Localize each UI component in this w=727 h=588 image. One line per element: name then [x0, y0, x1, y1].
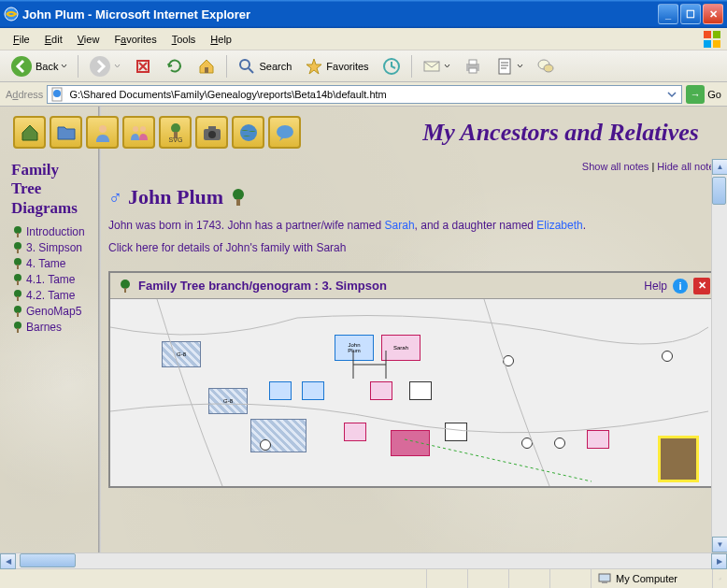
- edit-button[interactable]: [491, 54, 528, 79]
- tree-icon: [118, 279, 133, 294]
- geno-node[interactable]: [391, 430, 430, 456]
- menu-edit[interactable]: Edit: [37, 32, 70, 47]
- svg-rect-36: [17, 265, 19, 269]
- sidebar-heading: Family Tree Diagrams: [11, 161, 91, 218]
- person-icon: [92, 122, 114, 144]
- menu-view[interactable]: View: [70, 32, 107, 47]
- resize-grip[interactable]: [712, 569, 727, 588]
- hide-notes-link[interactable]: Hide all notes: [657, 161, 720, 172]
- maximize-button[interactable]: ☐: [680, 4, 701, 24]
- sidebar-item-tame[interactable]: 4. Tame: [11, 257, 91, 270]
- chevron-down-icon[interactable]: [665, 88, 678, 101]
- horizontal-scrollbar[interactable]: ◀ ▶: [0, 552, 727, 568]
- print-icon: [463, 57, 482, 76]
- svg-point-33: [14, 242, 21, 250]
- scroll-thumb[interactable]: [20, 553, 76, 567]
- note-links: Show all notes | Hide all notes: [108, 161, 720, 172]
- geno-node[interactable]: [370, 381, 392, 400]
- app-svg-button[interactable]: SVG: [159, 116, 192, 149]
- geno-node[interactable]: [250, 419, 306, 452]
- close-panel-button[interactable]: ✕: [693, 278, 710, 294]
- geno-node[interactable]: G-8: [208, 388, 248, 414]
- history-button[interactable]: [378, 54, 406, 79]
- sidebar-item-genomap5[interactable]: GenoMap5: [11, 305, 91, 318]
- scroll-down-button[interactable]: ▼: [712, 537, 727, 552]
- app-globe-button[interactable]: [232, 116, 264, 149]
- geno-circle[interactable]: [662, 351, 673, 362]
- app-home-button[interactable]: [13, 116, 46, 149]
- sidebar-item-barnes[interactable]: Barnes: [11, 321, 91, 334]
- link-sarah[interactable]: Sarah: [385, 219, 415, 232]
- sidebar-item-simpson[interactable]: 3. Simpson: [11, 241, 91, 254]
- discuss-button[interactable]: [532, 54, 560, 79]
- close-button[interactable]: ✕: [703, 4, 723, 24]
- people-icon: [128, 122, 150, 144]
- photo-frame[interactable]: [658, 436, 699, 482]
- refresh-icon: [165, 57, 184, 76]
- geno-circle[interactable]: [521, 437, 533, 449]
- globe-icon: [237, 122, 260, 144]
- ie-icon: [4, 7, 19, 22]
- geno-node[interactable]: [445, 423, 467, 441]
- app-people-button[interactable]: [122, 116, 155, 149]
- go-button[interactable]: → Go: [686, 85, 721, 104]
- menu-tools[interactable]: Tools: [164, 32, 204, 47]
- window-titlebar: John Plum - Microsoft Internet Explorer …: [0, 0, 727, 28]
- tree-icon: [11, 225, 24, 238]
- scroll-up-button[interactable]: ▲: [712, 159, 727, 175]
- home-button[interactable]: [192, 54, 221, 79]
- back-button[interactable]: Back: [6, 52, 72, 80]
- geno-node[interactable]: Sarah: [381, 335, 421, 361]
- menu-file[interactable]: File: [6, 32, 37, 47]
- show-notes-link[interactable]: Show all notes: [582, 161, 649, 172]
- genogram-help-link[interactable]: Help: [644, 280, 667, 293]
- refresh-button[interactable]: [161, 54, 189, 79]
- sidebar-item-introduction[interactable]: Introduction: [11, 225, 91, 238]
- mail-button[interactable]: [418, 54, 455, 79]
- geno-node[interactable]: [409, 381, 432, 400]
- svg-rect-15: [499, 59, 510, 74]
- geno-circle[interactable]: [260, 439, 271, 451]
- sidebar-item-tame-41[interactable]: 4.1. Tame: [11, 273, 91, 286]
- forward-button[interactable]: [84, 52, 125, 80]
- scroll-left-button[interactable]: ◀: [0, 553, 16, 569]
- geno-circle[interactable]: [503, 355, 514, 366]
- geno-node[interactable]: [344, 423, 366, 441]
- minimize-button[interactable]: _: [658, 4, 678, 24]
- scroll-right-button[interactable]: ▶: [711, 553, 727, 569]
- print-button[interactable]: [459, 54, 487, 79]
- info-icon[interactable]: i: [673, 279, 688, 294]
- app-folder-button[interactable]: [50, 116, 82, 149]
- genogram-canvas[interactable]: G-8 G-8 JohnPlum Sarah: [110, 299, 718, 486]
- menu-help[interactable]: Help: [203, 32, 239, 47]
- family-details-link[interactable]: Click here for details of John's family …: [108, 241, 720, 254]
- geno-node[interactable]: [302, 381, 324, 400]
- sidebar-item-tame-42[interactable]: 4.2. Tame: [11, 289, 91, 302]
- scroll-thumb[interactable]: [712, 177, 726, 205]
- vertical-scrollbar[interactable]: ▲ ▼: [711, 159, 727, 552]
- tree-icon: [11, 257, 24, 270]
- app-camera-button[interactable]: [195, 116, 228, 149]
- geno-node[interactable]: [587, 430, 609, 449]
- address-input[interactable]: [47, 85, 682, 104]
- discuss-icon: [536, 57, 555, 76]
- forward-icon: [89, 55, 111, 78]
- geno-circle[interactable]: [554, 437, 565, 449]
- app-chat-button[interactable]: [268, 116, 301, 149]
- browser-toolbar: Back Search Favorites: [0, 50, 727, 82]
- geno-node[interactable]: G-8: [162, 341, 201, 367]
- app-person-button[interactable]: [86, 116, 119, 149]
- link-elizabeth[interactable]: Elizabeth: [536, 219, 582, 232]
- url-field[interactable]: [69, 89, 662, 100]
- svg-point-39: [14, 290, 21, 297]
- favorites-button[interactable]: Favorites: [300, 54, 373, 79]
- svg-rect-13: [469, 60, 477, 65]
- stop-button[interactable]: [129, 54, 157, 79]
- geno-node[interactable]: JohnPlum: [335, 335, 374, 361]
- search-button[interactable]: Search: [233, 54, 296, 79]
- menu-favorites[interactable]: Favorites: [107, 32, 164, 47]
- svg-rect-42: [17, 312, 19, 317]
- geno-node[interactable]: [269, 381, 292, 400]
- svg-point-41: [14, 306, 21, 313]
- camera-icon: [201, 122, 223, 144]
